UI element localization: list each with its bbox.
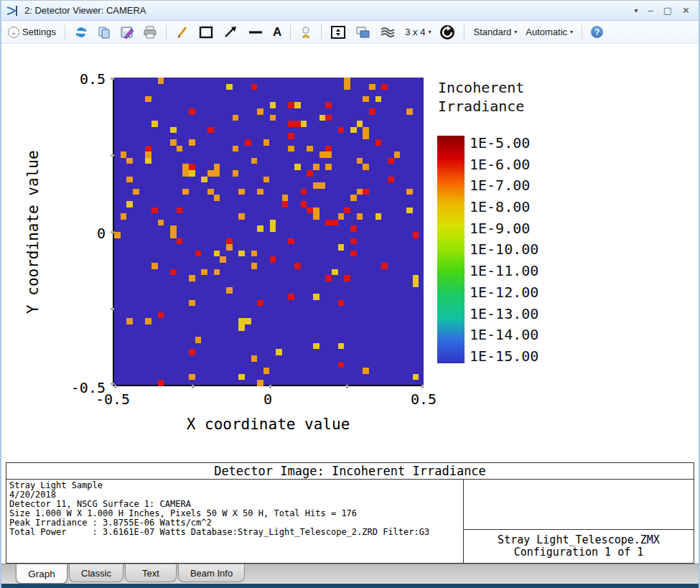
detector-hit-pixel: [121, 151, 127, 158]
arrow-icon: [223, 25, 238, 39]
rectangle-tool-button[interactable]: [196, 24, 216, 41]
detector-hit-pixel: [214, 170, 220, 177]
save-button[interactable]: [118, 24, 136, 41]
detector-hit-pixel: [338, 343, 345, 350]
detector-hit-pixel: [220, 256, 226, 263]
detector-hit-pixel: [375, 139, 382, 146]
settings-button[interactable]: ⌄ Settings: [6, 25, 58, 39]
detector-hit-pixel: [158, 220, 164, 226]
detector-hit-pixel: [257, 189, 263, 195]
lamp-button[interactable]: [297, 24, 314, 41]
arrow-tool-button[interactable]: [220, 24, 241, 41]
close-button[interactable]: ✕: [682, 6, 690, 15]
x-axis-tick: [346, 385, 348, 388]
detector-hit-pixel: [251, 84, 258, 90]
fit-expand-icon: [330, 25, 346, 39]
fit-window-button[interactable]: [328, 24, 348, 41]
automatic-label: Automatic: [526, 27, 567, 37]
detector-hit-pixel: [325, 146, 332, 152]
detector-hit-pixel: [189, 139, 195, 146]
detector-hit-pixel: [226, 238, 233, 245]
detector-hit-pixel: [263, 368, 270, 374]
auto-update-button[interactable]: [437, 23, 457, 42]
detector-hit-pixel: [257, 225, 263, 232]
detector-hit-pixel: [270, 256, 276, 263]
x-axis-tick: [421, 385, 424, 388]
rectangle-icon: [198, 25, 214, 39]
x-axis-tick: [114, 385, 116, 388]
layers-icon: [379, 25, 396, 39]
detector-hit-pixel: [313, 182, 319, 189]
text-tool-icon: A: [273, 25, 281, 39]
automatic-dropdown[interactable]: Automatic ▾: [523, 25, 575, 39]
detector-hit-pixel: [338, 213, 345, 220]
detector-hit-pixel: [332, 269, 338, 276]
detector-image-plot: [113, 78, 424, 386]
line-tool-button[interactable]: [245, 24, 266, 41]
lens-file-name: Stray Light_Telescope.ZMX: [498, 534, 660, 546]
legend-label: 1E-5.00: [470, 136, 538, 150]
window-title: 2: Detector Viewer: CAMERA: [24, 5, 635, 16]
detector-hit-pixel: [350, 195, 357, 201]
standard-dropdown[interactable]: Standard ▾: [471, 25, 519, 39]
tab-text[interactable]: Text: [125, 564, 177, 582]
detector-hit-pixel: [226, 244, 233, 251]
lamp-icon: [299, 25, 312, 39]
tab-graph[interactable]: Graph: [16, 564, 67, 584]
info-panel: Detector Image: Incoherent Irradiance St…: [6, 462, 694, 564]
tab-beam-info[interactable]: Beam Info: [178, 564, 245, 582]
text-tool-button[interactable]: A: [271, 24, 284, 41]
detector-hit-pixel: [189, 349, 195, 355]
detector-hit-pixel: [325, 164, 332, 170]
detector-hit-pixel: [238, 189, 245, 195]
detector-hit-pixel: [238, 374, 245, 381]
detector-hit-pixel: [189, 164, 195, 170]
toolbar-separator: [582, 24, 582, 40]
legend-title-line: Irradiance: [438, 97, 524, 116]
detector-hit-pixel: [151, 263, 158, 269]
detector-hit-pixel: [406, 108, 413, 115]
minimize-button[interactable]: –: [648, 6, 653, 15]
standard-label: Standard: [473, 27, 511, 37]
lens-file-cell: Stray Light_Telescope.ZMX Configuration …: [464, 530, 694, 563]
detector-hit-pixel: [177, 238, 183, 245]
layers-button[interactable]: [377, 24, 398, 41]
detector-hit-pixel: [406, 189, 413, 195]
detector-hit-pixel: [126, 177, 133, 183]
detector-hit-pixel: [195, 251, 202, 257]
detector-hit-pixel: [307, 146, 313, 152]
x-tick-label: 0: [239, 391, 297, 408]
copy-button[interactable]: [95, 24, 113, 41]
copy-to-window-button[interactable]: [353, 24, 373, 41]
detector-hit-pixel: [325, 275, 332, 281]
detector-hit-pixel: [301, 201, 307, 207]
legend-label: 1E-13.00: [470, 307, 538, 321]
detector-hit-pixel: [170, 269, 177, 276]
print-button[interactable]: [141, 24, 159, 41]
save-image-icon: [120, 25, 134, 39]
detector-hit-pixel: [238, 325, 245, 331]
detector-hit-pixel: [151, 207, 158, 214]
detector-hit-pixel: [375, 213, 382, 220]
window-menu-button[interactable]: ▾: [635, 7, 638, 14]
pencil-tool-button[interactable]: [173, 24, 192, 41]
detector-hit-pixel: [233, 146, 239, 152]
detector-hit-pixel: [294, 263, 301, 269]
grid-size-dropdown[interactable]: 3 x 4 ▾: [403, 25, 433, 39]
detector-hit-pixel: [214, 269, 220, 276]
tab-classic[interactable]: Classic: [69, 564, 123, 582]
detector-hit-pixel: [288, 294, 294, 300]
detector-hit-pixel: [263, 139, 270, 146]
toolbar: ⌄ Settings: [1, 21, 699, 44]
detector-hit-pixel: [282, 195, 289, 201]
detector-hit-pixel: [170, 139, 177, 146]
refresh-button[interactable]: [72, 24, 90, 41]
detector-hit-pixel: [182, 189, 189, 195]
maximize-button[interactable]: ▢: [663, 6, 672, 15]
detector-hit-pixel: [126, 318, 133, 325]
help-button[interactable]: ?: [589, 24, 605, 39]
detector-hit-pixel: [325, 102, 332, 108]
detector-hit-pixel: [332, 220, 338, 226]
info-panel-header: Detector Image: Incoherent Irradiance: [6, 463, 694, 480]
view-tab-bar: GraphClassicTextBeam Info: [1, 564, 699, 584]
